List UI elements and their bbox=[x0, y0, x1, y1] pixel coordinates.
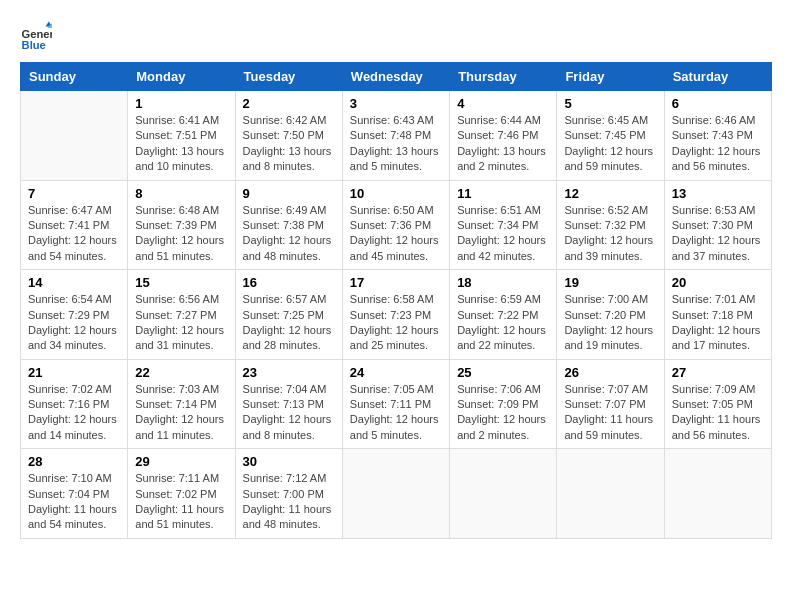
calendar-cell: 1Sunrise: 6:41 AMSunset: 7:51 PMDaylight… bbox=[128, 91, 235, 181]
calendar-cell: 3Sunrise: 6:43 AMSunset: 7:48 PMDaylight… bbox=[342, 91, 449, 181]
day-info: Sunrise: 7:09 AMSunset: 7:05 PMDaylight:… bbox=[672, 382, 764, 444]
logo-icon: General Blue bbox=[20, 20, 52, 52]
day-info: Sunrise: 6:47 AMSunset: 7:41 PMDaylight:… bbox=[28, 203, 120, 265]
calendar-cell: 18Sunrise: 6:59 AMSunset: 7:22 PMDayligh… bbox=[450, 270, 557, 360]
calendar-cell: 6Sunrise: 6:46 AMSunset: 7:43 PMDaylight… bbox=[664, 91, 771, 181]
day-number: 8 bbox=[135, 186, 227, 201]
calendar-cell: 4Sunrise: 6:44 AMSunset: 7:46 PMDaylight… bbox=[450, 91, 557, 181]
day-info: Sunrise: 7:05 AMSunset: 7:11 PMDaylight:… bbox=[350, 382, 442, 444]
calendar-cell: 16Sunrise: 6:57 AMSunset: 7:25 PMDayligh… bbox=[235, 270, 342, 360]
day-number: 28 bbox=[28, 454, 120, 469]
calendar-cell: 29Sunrise: 7:11 AMSunset: 7:02 PMDayligh… bbox=[128, 449, 235, 539]
calendar-cell: 21Sunrise: 7:02 AMSunset: 7:16 PMDayligh… bbox=[21, 359, 128, 449]
calendar-header-sunday: Sunday bbox=[21, 63, 128, 91]
calendar-cell: 30Sunrise: 7:12 AMSunset: 7:00 PMDayligh… bbox=[235, 449, 342, 539]
calendar-week-row: 14Sunrise: 6:54 AMSunset: 7:29 PMDayligh… bbox=[21, 270, 772, 360]
calendar-week-row: 28Sunrise: 7:10 AMSunset: 7:04 PMDayligh… bbox=[21, 449, 772, 539]
calendar: SundayMondayTuesdayWednesdayThursdayFrid… bbox=[20, 62, 772, 539]
calendar-week-row: 7Sunrise: 6:47 AMSunset: 7:41 PMDaylight… bbox=[21, 180, 772, 270]
day-info: Sunrise: 7:07 AMSunset: 7:07 PMDaylight:… bbox=[564, 382, 656, 444]
day-info: Sunrise: 7:06 AMSunset: 7:09 PMDaylight:… bbox=[457, 382, 549, 444]
day-number: 7 bbox=[28, 186, 120, 201]
calendar-header-monday: Monday bbox=[128, 63, 235, 91]
logo: General Blue bbox=[20, 20, 56, 52]
calendar-week-row: 1Sunrise: 6:41 AMSunset: 7:51 PMDaylight… bbox=[21, 91, 772, 181]
day-info: Sunrise: 6:51 AMSunset: 7:34 PMDaylight:… bbox=[457, 203, 549, 265]
day-number: 1 bbox=[135, 96, 227, 111]
svg-text:Blue: Blue bbox=[22, 39, 46, 51]
calendar-cell: 9Sunrise: 6:49 AMSunset: 7:38 PMDaylight… bbox=[235, 180, 342, 270]
day-number: 22 bbox=[135, 365, 227, 380]
day-number: 6 bbox=[672, 96, 764, 111]
day-number: 11 bbox=[457, 186, 549, 201]
day-info: Sunrise: 6:46 AMSunset: 7:43 PMDaylight:… bbox=[672, 113, 764, 175]
day-info: Sunrise: 6:53 AMSunset: 7:30 PMDaylight:… bbox=[672, 203, 764, 265]
day-number: 27 bbox=[672, 365, 764, 380]
day-info: Sunrise: 6:56 AMSunset: 7:27 PMDaylight:… bbox=[135, 292, 227, 354]
day-info: Sunrise: 6:44 AMSunset: 7:46 PMDaylight:… bbox=[457, 113, 549, 175]
day-number: 13 bbox=[672, 186, 764, 201]
day-info: Sunrise: 6:43 AMSunset: 7:48 PMDaylight:… bbox=[350, 113, 442, 175]
day-number: 14 bbox=[28, 275, 120, 290]
calendar-cell: 7Sunrise: 6:47 AMSunset: 7:41 PMDaylight… bbox=[21, 180, 128, 270]
day-number: 19 bbox=[564, 275, 656, 290]
calendar-header-thursday: Thursday bbox=[450, 63, 557, 91]
page-header: General Blue bbox=[20, 20, 772, 52]
day-number: 3 bbox=[350, 96, 442, 111]
calendar-header-tuesday: Tuesday bbox=[235, 63, 342, 91]
day-number: 23 bbox=[243, 365, 335, 380]
day-info: Sunrise: 7:10 AMSunset: 7:04 PMDaylight:… bbox=[28, 471, 120, 533]
day-info: Sunrise: 6:50 AMSunset: 7:36 PMDaylight:… bbox=[350, 203, 442, 265]
day-number: 24 bbox=[350, 365, 442, 380]
calendar-cell: 27Sunrise: 7:09 AMSunset: 7:05 PMDayligh… bbox=[664, 359, 771, 449]
day-number: 29 bbox=[135, 454, 227, 469]
calendar-cell: 5Sunrise: 6:45 AMSunset: 7:45 PMDaylight… bbox=[557, 91, 664, 181]
day-info: Sunrise: 6:52 AMSunset: 7:32 PMDaylight:… bbox=[564, 203, 656, 265]
day-info: Sunrise: 6:41 AMSunset: 7:51 PMDaylight:… bbox=[135, 113, 227, 175]
calendar-cell: 19Sunrise: 7:00 AMSunset: 7:20 PMDayligh… bbox=[557, 270, 664, 360]
day-number: 21 bbox=[28, 365, 120, 380]
day-number: 18 bbox=[457, 275, 549, 290]
day-info: Sunrise: 7:04 AMSunset: 7:13 PMDaylight:… bbox=[243, 382, 335, 444]
calendar-cell: 11Sunrise: 6:51 AMSunset: 7:34 PMDayligh… bbox=[450, 180, 557, 270]
calendar-week-row: 21Sunrise: 7:02 AMSunset: 7:16 PMDayligh… bbox=[21, 359, 772, 449]
calendar-header-saturday: Saturday bbox=[664, 63, 771, 91]
calendar-cell: 14Sunrise: 6:54 AMSunset: 7:29 PMDayligh… bbox=[21, 270, 128, 360]
calendar-cell: 22Sunrise: 7:03 AMSunset: 7:14 PMDayligh… bbox=[128, 359, 235, 449]
calendar-cell bbox=[21, 91, 128, 181]
calendar-cell bbox=[664, 449, 771, 539]
calendar-header-wednesday: Wednesday bbox=[342, 63, 449, 91]
day-number: 15 bbox=[135, 275, 227, 290]
day-info: Sunrise: 7:11 AMSunset: 7:02 PMDaylight:… bbox=[135, 471, 227, 533]
calendar-cell: 8Sunrise: 6:48 AMSunset: 7:39 PMDaylight… bbox=[128, 180, 235, 270]
calendar-cell: 23Sunrise: 7:04 AMSunset: 7:13 PMDayligh… bbox=[235, 359, 342, 449]
day-info: Sunrise: 6:54 AMSunset: 7:29 PMDaylight:… bbox=[28, 292, 120, 354]
day-info: Sunrise: 7:02 AMSunset: 7:16 PMDaylight:… bbox=[28, 382, 120, 444]
day-info: Sunrise: 6:48 AMSunset: 7:39 PMDaylight:… bbox=[135, 203, 227, 265]
calendar-cell: 10Sunrise: 6:50 AMSunset: 7:36 PMDayligh… bbox=[342, 180, 449, 270]
calendar-cell: 12Sunrise: 6:52 AMSunset: 7:32 PMDayligh… bbox=[557, 180, 664, 270]
day-info: Sunrise: 6:45 AMSunset: 7:45 PMDaylight:… bbox=[564, 113, 656, 175]
day-number: 10 bbox=[350, 186, 442, 201]
calendar-cell: 26Sunrise: 7:07 AMSunset: 7:07 PMDayligh… bbox=[557, 359, 664, 449]
day-number: 2 bbox=[243, 96, 335, 111]
day-number: 26 bbox=[564, 365, 656, 380]
day-info: Sunrise: 6:59 AMSunset: 7:22 PMDaylight:… bbox=[457, 292, 549, 354]
day-info: Sunrise: 6:42 AMSunset: 7:50 PMDaylight:… bbox=[243, 113, 335, 175]
day-number: 5 bbox=[564, 96, 656, 111]
calendar-cell: 24Sunrise: 7:05 AMSunset: 7:11 PMDayligh… bbox=[342, 359, 449, 449]
calendar-header-friday: Friday bbox=[557, 63, 664, 91]
calendar-cell: 2Sunrise: 6:42 AMSunset: 7:50 PMDaylight… bbox=[235, 91, 342, 181]
calendar-cell bbox=[342, 449, 449, 539]
day-info: Sunrise: 6:58 AMSunset: 7:23 PMDaylight:… bbox=[350, 292, 442, 354]
day-number: 16 bbox=[243, 275, 335, 290]
day-number: 12 bbox=[564, 186, 656, 201]
day-number: 20 bbox=[672, 275, 764, 290]
day-number: 9 bbox=[243, 186, 335, 201]
day-info: Sunrise: 7:03 AMSunset: 7:14 PMDaylight:… bbox=[135, 382, 227, 444]
day-number: 25 bbox=[457, 365, 549, 380]
calendar-cell: 15Sunrise: 6:56 AMSunset: 7:27 PMDayligh… bbox=[128, 270, 235, 360]
calendar-cell bbox=[450, 449, 557, 539]
calendar-cell: 28Sunrise: 7:10 AMSunset: 7:04 PMDayligh… bbox=[21, 449, 128, 539]
calendar-cell: 17Sunrise: 6:58 AMSunset: 7:23 PMDayligh… bbox=[342, 270, 449, 360]
